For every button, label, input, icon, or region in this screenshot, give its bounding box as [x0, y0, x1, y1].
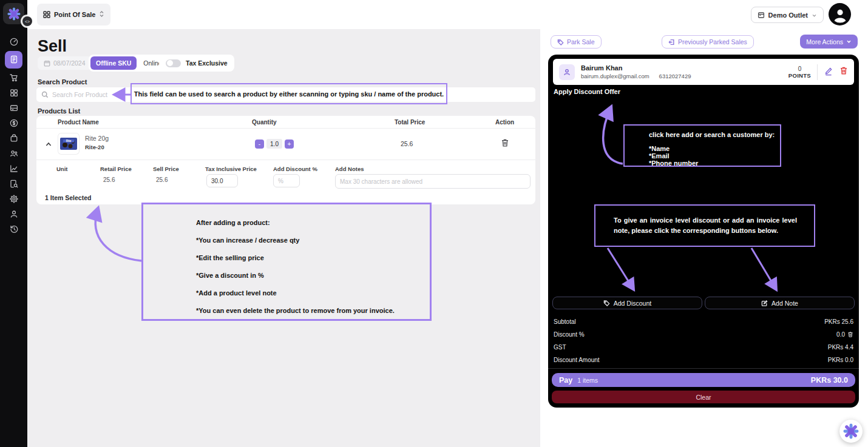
add-discount-button[interactable]: Add Discount — [552, 297, 702, 309]
add-note-button[interactable]: Add Note — [705, 297, 855, 309]
note-edit-icon — [761, 300, 768, 306]
product-image: Rite — [58, 133, 79, 154]
products-list-card: Product Name Quantity Total Price Action… — [36, 116, 535, 204]
tax-exclusive-toggle[interactable] — [166, 59, 181, 67]
customer-name: Bairum Khan — [581, 64, 691, 72]
invoice-annotation-box: To give an invoice level discount or add… — [594, 204, 815, 247]
divider — [548, 368, 859, 369]
bag-icon — [9, 133, 19, 143]
sidebar-item-purchases[interactable] — [0, 130, 27, 146]
pay-button[interactable]: Pay 1 items PKRs 30.0 — [552, 373, 855, 387]
sell-main: Sell 08/07/2024 Offline SKU Online SKU T… — [27, 29, 540, 447]
pos-app: <> Point Of Sale Demo Outlet Sell 08/07/… — [0, 0, 868, 447]
edit-customer-icon[interactable] — [824, 66, 833, 78]
chart-icon — [9, 164, 19, 173]
detail-unit-label: Unit — [56, 166, 67, 172]
pay-amount: PKRs 30.0 — [811, 376, 848, 385]
sidebar-collapse-toggle[interactable]: <> — [22, 16, 32, 26]
total-row-gst: GST PKRs 4.4 — [554, 341, 853, 354]
points-block: 0 POINTS — [788, 66, 811, 79]
park-sale-label: Park Sale — [567, 38, 595, 45]
total-value: PKRs 0.0 — [828, 357, 853, 363]
tax-inclusive-input[interactable] — [206, 174, 238, 187]
pay-label: Pay — [559, 376, 572, 385]
sidebar-item-customers[interactable] — [0, 146, 27, 161]
settings-icon — [9, 194, 19, 204]
total-label: GST — [554, 344, 566, 351]
sidebar-item-history[interactable] — [0, 221, 27, 237]
app-switcher-chip[interactable]: Point Of Sale — [37, 4, 110, 25]
sidebar-item-invoices[interactable] — [0, 176, 27, 191]
more-actions-button[interactable]: More Actions — [800, 35, 858, 49]
products-table-header: Product Name Quantity Total Price Action — [36, 116, 535, 129]
user-icon — [9, 209, 19, 219]
asterisk-logo-icon — [7, 7, 21, 21]
customer-contact: bairum.duplex@gmail.com6312027429 — [581, 73, 691, 79]
sidebar-item-payments[interactable] — [0, 115, 27, 130]
clear-button[interactable]: Clear — [552, 391, 855, 403]
col-total-price: Total Price — [395, 119, 425, 126]
table-row: Rite Rite 20g Rite-20 - 1.0 + 25.6 — [36, 129, 535, 160]
qty-plus-button[interactable]: + — [285, 139, 294, 149]
col-quantity: Quantity — [252, 119, 277, 126]
annotation-line: *You can increase / decrease qty — [196, 237, 299, 244]
previously-parked-button[interactable]: Previously Parked Sales — [662, 35, 754, 49]
collapse-row-icon[interactable] — [45, 139, 52, 147]
annotation-line: *Email — [649, 152, 670, 160]
user-avatar[interactable] — [829, 3, 851, 25]
sidebar-item-profile[interactable] — [0, 206, 27, 221]
total-value: PKRs 4.4 — [828, 344, 853, 351]
sidebar-item-products[interactable] — [0, 85, 27, 100]
offline-sku-button[interactable]: Offline SKU — [90, 56, 137, 70]
toggle-knob — [167, 60, 173, 66]
date-picker[interactable]: 08/07/2024 — [38, 56, 92, 70]
sidebar-item-orders[interactable] — [0, 70, 27, 85]
apps-grid-icon — [43, 11, 50, 18]
customer-card[interactable]: Bairum Khan bairum.duplex@gmail.com63120… — [553, 59, 854, 85]
brand-logo[interactable] — [3, 3, 24, 24]
cart-side: Park Sale Previously Parked Sales More A… — [540, 29, 868, 447]
apply-discount-offer-link[interactable]: Apply Discount Offer — [554, 88, 620, 95]
sidebar — [0, 0, 27, 447]
total-value: 0.0 — [836, 331, 845, 338]
invoice-search-icon — [9, 179, 19, 189]
discount-percent-input[interactable] — [273, 174, 300, 187]
qty-minus-button[interactable]: - — [255, 139, 264, 149]
search-icon — [41, 91, 49, 98]
add-notes-input[interactable] — [335, 174, 531, 189]
remove-discount-icon[interactable] — [847, 331, 853, 338]
previously-parked-label: Previously Parked Sales — [678, 38, 747, 45]
product-detail-row: Unit Retail Price Sell Price Tax Inclusi… — [36, 160, 535, 190]
selector-icon — [99, 9, 104, 20]
pay-items-count: 1 items — [577, 377, 598, 384]
detail-discount-label: Add Discount % — [273, 166, 317, 172]
col-product-name: Product Name — [58, 119, 99, 126]
avatar-person-icon — [831, 5, 849, 24]
outlet-selector[interactable]: Demo Outlet — [751, 7, 824, 23]
customers-icon — [9, 149, 19, 158]
sidebar-item-register[interactable] — [0, 100, 27, 115]
sidebar-item-sell[interactable] — [0, 49, 27, 70]
sidebar-item-reports[interactable] — [0, 161, 27, 176]
brand-bubble[interactable] — [839, 420, 863, 443]
currency-icon — [9, 118, 19, 128]
product-name: Rite 20g — [85, 135, 109, 142]
history-icon — [9, 224, 19, 234]
delete-product-icon[interactable] — [501, 138, 509, 150]
divider — [817, 64, 818, 80]
add-discount-label: Add Discount — [614, 300, 651, 307]
tax-exclusive-card: Tax Exclusive — [159, 55, 234, 72]
tag-icon — [557, 39, 564, 45]
chevron-down-icon — [812, 10, 817, 21]
rite-pack-image: Rite — [59, 135, 78, 153]
annotation-line: *Add a product level note — [196, 289, 277, 297]
sidebar-item-settings[interactable] — [0, 191, 27, 206]
detail-retail-label: Retail Price — [100, 166, 132, 172]
total-label: Subtotal — [554, 318, 576, 325]
totals-section: Subtotal PKRs 25.6 Discount % 0.0 GST PK… — [554, 315, 853, 366]
retail-price-value: 25.6 — [103, 176, 115, 183]
customer-annotation-title: click here add or search a customer by: — [649, 131, 775, 138]
park-sale-button[interactable]: Park Sale — [551, 35, 602, 49]
remove-customer-icon[interactable] — [839, 66, 848, 78]
sidebar-item-dashboard[interactable] — [0, 34, 27, 49]
